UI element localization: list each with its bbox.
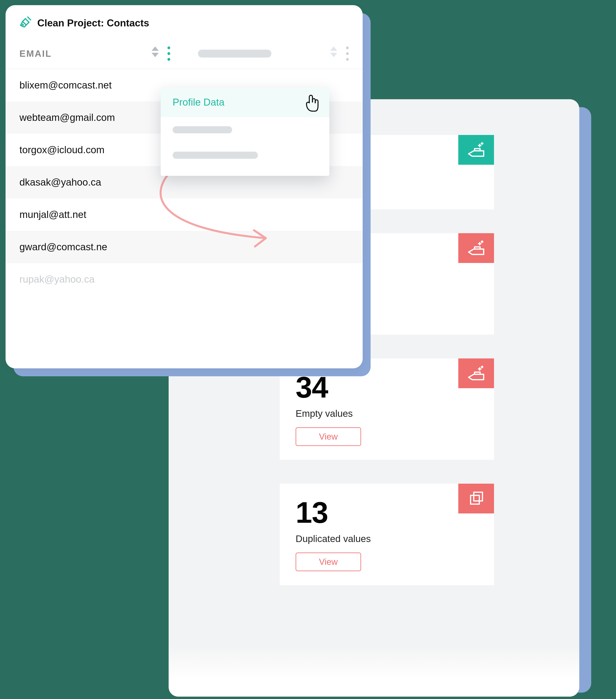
column-placeholder-menu-button[interactable]: [346, 47, 349, 61]
column-headers: EMAIL: [5, 39, 363, 69]
sort-toggle-placeholder[interactable]: [328, 47, 339, 61]
menu-item-profile-data[interactable]: Profile Data: [161, 87, 329, 117]
placeholder-pill: [173, 126, 232, 133]
column-placeholder: [184, 39, 363, 69]
menu-item-placeholder-2[interactable]: [161, 143, 329, 168]
view-duplicated-button[interactable]: View: [296, 553, 361, 571]
badge-errors: [458, 233, 494, 263]
cursor-hand-icon: [303, 94, 319, 113]
table-row[interactable]: rupak@yahoo.ca: [5, 263, 363, 295]
sort-toggle-email[interactable]: [150, 47, 161, 61]
column-placeholder-label: [198, 50, 271, 57]
badge-empty: [458, 358, 494, 388]
svg-rect-0: [471, 496, 479, 504]
view-empty-button[interactable]: View: [296, 427, 361, 446]
duplicate-icon: [466, 489, 486, 509]
column-menu-popover: Profile Data: [161, 87, 329, 176]
stat-duplicated-label: Duplicated values: [296, 533, 478, 544]
stat-empty-label: Empty values: [296, 408, 478, 419]
stat-card-duplicated: 13 Duplicated values View: [280, 484, 494, 585]
menu-item-profile-data-label: Profile Data: [173, 96, 224, 108]
svg-rect-1: [474, 492, 482, 501]
hand-sparkle-icon: [466, 238, 486, 258]
table-window: Clean Project: Contacts EMAIL blixem@com…: [5, 5, 363, 368]
window-title: Clean Project: Contacts: [37, 17, 149, 29]
stat-duplicated-value: 13: [296, 498, 478, 527]
menu-item-placeholder-1[interactable]: [161, 117, 329, 143]
column-email: EMAIL: [5, 39, 184, 69]
column-email-menu-button[interactable]: [168, 47, 170, 61]
hand-sparkle-icon: [466, 140, 486, 160]
hand-sparkle-icon: [466, 364, 486, 383]
broom-icon: [19, 15, 32, 30]
table-row[interactable]: munjal@att.net: [5, 198, 363, 231]
badge-duplicated: [458, 484, 494, 513]
stat-empty-value: 34: [296, 372, 478, 402]
window-title-bar: Clean Project: Contacts: [5, 5, 363, 39]
column-email-label: EMAIL: [19, 48, 52, 59]
badge-valid: [458, 135, 494, 165]
placeholder-pill: [173, 151, 258, 159]
table-row[interactable]: gward@comcast.ne: [5, 231, 363, 263]
